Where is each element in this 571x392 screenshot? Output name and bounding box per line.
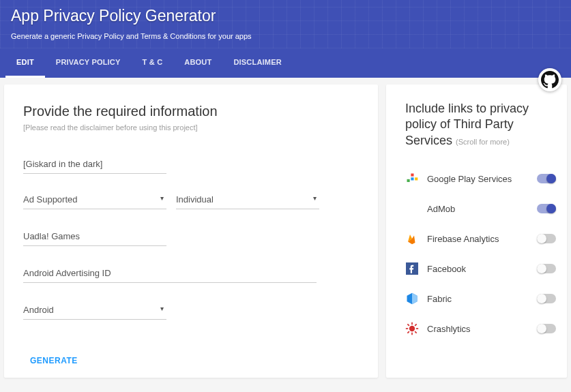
service-toggle[interactable] bbox=[537, 324, 556, 333]
service-toggle[interactable] bbox=[537, 204, 556, 213]
service-row: Facebook bbox=[405, 254, 556, 284]
app-subtitle: Generate a generic Privacy Policy and Te… bbox=[11, 32, 560, 40]
pii-input[interactable] bbox=[23, 264, 317, 283]
service-name: Firebase Analytics bbox=[427, 234, 529, 244]
svg-line-9 bbox=[415, 325, 417, 327]
tab-about[interactable]: ABOUT bbox=[173, 48, 222, 78]
form-disclaimer: [Please read the disclaimer before using… bbox=[23, 123, 359, 132]
app-header: App Privacy Policy Generator Generate a … bbox=[0, 0, 571, 48]
service-toggle[interactable] bbox=[537, 174, 556, 183]
service-name: Google Play Services bbox=[427, 174, 529, 184]
github-icon bbox=[541, 71, 559, 89]
svg-point-1 bbox=[409, 326, 415, 331]
svg-line-7 bbox=[415, 331, 417, 333]
svg-line-8 bbox=[407, 331, 409, 333]
firebase-icon bbox=[405, 232, 419, 245]
crashlytics-icon bbox=[405, 322, 419, 335]
service-toggle[interactable] bbox=[537, 234, 556, 243]
service-row: Firebase Analytics bbox=[405, 224, 556, 254]
developer-input[interactable] bbox=[23, 227, 166, 246]
service-name: Crashlytics bbox=[427, 324, 529, 334]
tab-disclaimer[interactable]: DISCLAIMER bbox=[222, 48, 292, 78]
services-heading: Include links to privacy policy of Third… bbox=[405, 101, 556, 149]
tab-privacy[interactable]: PRIVACY POLICY bbox=[45, 48, 132, 78]
services-card: Include links to privacy policy of Third… bbox=[386, 85, 567, 378]
tab-tc[interactable]: T & C bbox=[132, 48, 174, 78]
form-heading: Provide the required information bbox=[23, 104, 359, 119]
svg-line-6 bbox=[407, 325, 409, 327]
puzzle-icon bbox=[405, 172, 419, 185]
service-toggle[interactable] bbox=[537, 264, 556, 273]
service-name: AdMob bbox=[427, 204, 529, 214]
admob-icon bbox=[405, 202, 419, 215]
fabric-icon bbox=[405, 292, 419, 305]
service-row: Crashlytics bbox=[405, 314, 556, 344]
generate-button[interactable]: GENERATE bbox=[23, 352, 85, 370]
scroll-hint: (Scroll for more) bbox=[456, 138, 510, 146]
github-link[interactable] bbox=[538, 68, 561, 91]
service-row: Google Play Services bbox=[405, 164, 556, 194]
service-name: Facebook bbox=[427, 264, 529, 274]
monetization-select[interactable]: Ad Supported bbox=[23, 190, 166, 209]
service-name: Fabric bbox=[427, 294, 529, 304]
app-title: App Privacy Policy Generator bbox=[11, 7, 560, 25]
tab-edit[interactable]: EDIT bbox=[5, 48, 45, 78]
app-name-input[interactable] bbox=[23, 155, 166, 174]
entity-select[interactable]: Individual bbox=[176, 190, 319, 209]
service-row: Fabric bbox=[405, 284, 556, 314]
form-card: Provide the required information [Please… bbox=[4, 85, 378, 378]
tab-bar: EDIT PRIVACY POLICY T & C ABOUT DISCLAIM… bbox=[0, 48, 571, 78]
platform-select[interactable]: Android bbox=[23, 301, 166, 320]
service-row: AdMob bbox=[405, 194, 556, 224]
service-toggle[interactable] bbox=[537, 294, 556, 303]
facebook-icon bbox=[405, 262, 419, 275]
